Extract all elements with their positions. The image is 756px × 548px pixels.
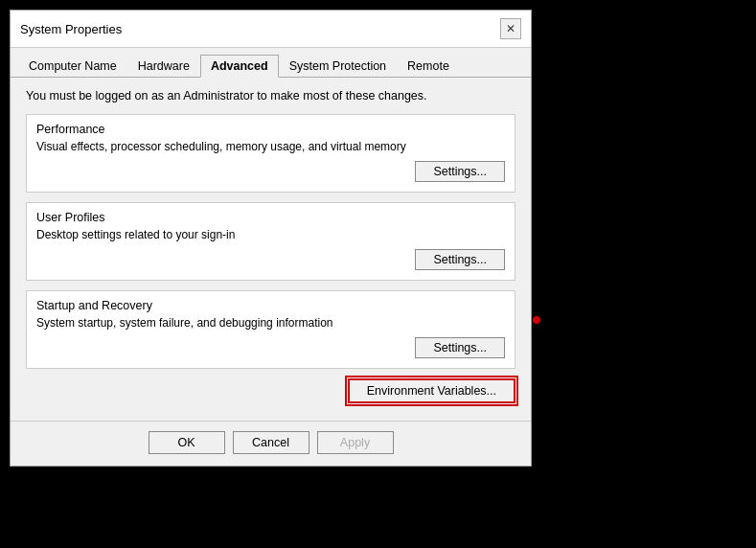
startup-recovery-title: Startup and Recovery [36,299,505,312]
performance-section: Performance Visual effects, processor sc… [26,114,515,193]
startup-recovery-settings-button[interactable]: Settings... [415,337,505,358]
env-variables-row: Environment Variables... [26,378,515,403]
content-area: You must be logged on as an Administrato… [11,78,531,421]
user-profiles-settings-button[interactable]: Settings... [415,249,505,270]
ok-button[interactable]: OK [149,431,225,454]
tab-advanced[interactable]: Advanced [200,55,279,78]
performance-title: Performance [36,123,505,136]
performance-settings-button[interactable]: Settings... [415,161,505,182]
apply-button[interactable]: Apply [317,431,394,454]
title-bar-left: System Properties [20,22,122,36]
system-properties-dialog: System Properties ✕ Computer Name Hardwa… [10,10,532,467]
red-dot-indicator [533,316,540,324]
tab-computer-name[interactable]: Computer Name [18,55,127,78]
user-profiles-btn-row: Settings... [36,249,505,270]
startup-recovery-btn-row: Settings... [36,337,505,358]
user-profiles-section: User Profiles Desktop settings related t… [26,202,515,281]
tab-remote[interactable]: Remote [397,55,460,78]
bottom-bar: OK Cancel Apply [11,421,531,466]
close-button[interactable]: ✕ [500,18,521,39]
performance-desc: Visual effects, processor scheduling, me… [36,140,505,153]
environment-variables-button[interactable]: Environment Variables... [348,378,515,403]
admin-note: You must be logged on as an Administrato… [26,89,515,103]
startup-recovery-desc: System startup, system failure, and debu… [36,316,505,330]
tab-system-protection[interactable]: System Protection [279,55,397,78]
dialog-title: System Properties [20,22,122,36]
title-bar: System Properties ✕ [11,11,531,48]
tab-hardware[interactable]: Hardware [127,55,200,78]
startup-recovery-section: Startup and Recovery System startup, sys… [26,290,515,369]
cancel-button[interactable]: Cancel [233,431,309,454]
user-profiles-desc: Desktop settings related to your sign-in [36,228,505,241]
performance-btn-row: Settings... [36,161,505,182]
tabs-bar: Computer Name Hardware Advanced System P… [11,48,531,78]
user-profiles-title: User Profiles [36,211,505,224]
